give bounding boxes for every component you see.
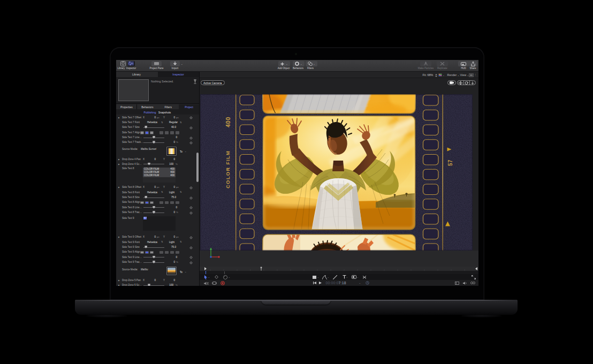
svg-text:57: 57 [447,160,453,166]
svg-text:COLOR FILM: COLOR FILM [225,150,231,188]
svg-text:400: 400 [225,117,231,127]
